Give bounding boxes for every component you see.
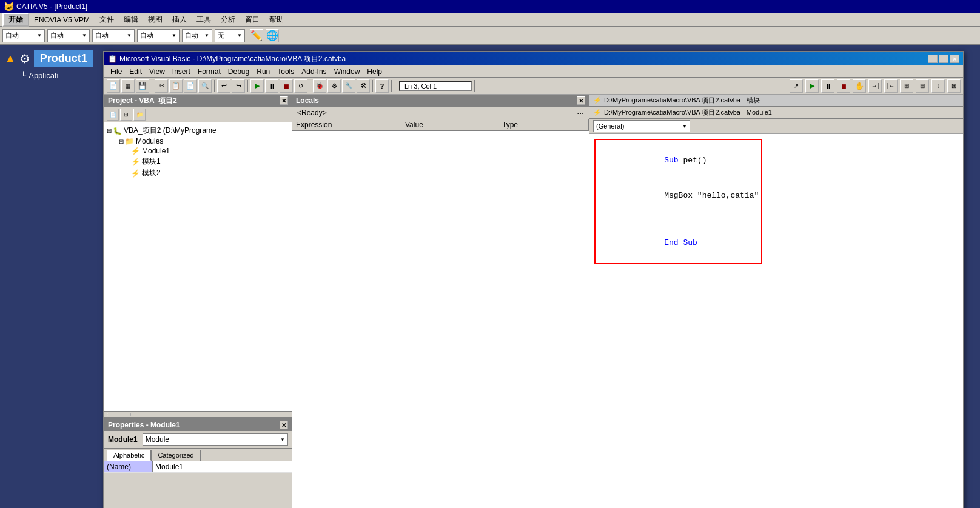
vba-pause-button[interactable]: ⏸ (265, 79, 278, 93)
toolbar-separator-3 (247, 80, 248, 92)
minimize-button[interactable]: _ (928, 55, 938, 63)
toolbar-dropdown-1[interactable]: 自动 (2, 29, 45, 42)
props-object-selector: Module1 Module (104, 431, 292, 449)
vba-extra2-button[interactable]: ⊞ (900, 79, 913, 93)
edit-menu-item[interactable]: 编辑 (119, 13, 143, 26)
vba-edit-menu[interactable]: Edit (126, 67, 146, 76)
vba-extra5-button[interactable]: ⊞ (947, 79, 961, 93)
locals-panel-close[interactable]: ✕ (577, 96, 585, 105)
props-name-value[interactable]: Module1 (153, 461, 292, 472)
project-folder-btn[interactable]: 📁 (133, 109, 146, 121)
project-panel-title: Project - VBA_项目2 (108, 96, 177, 106)
vba-left-panels: Project - VBA_项目2 ✕ 📄 ⊞ 📁 ⊟ 🐛 VBA_项目2 (D… (104, 95, 292, 508)
vba-debug3-button[interactable]: 🔧 (342, 79, 355, 93)
vba-indent-button[interactable]: →| (868, 79, 882, 93)
file-menu-item[interactable]: 文件 (95, 13, 119, 26)
vba-extra4-button[interactable]: ↕ (931, 79, 945, 93)
tree-root-item[interactable]: ⊟ 🐛 VBA_项目2 (D:\MyPrograme (107, 125, 289, 136)
locals-panel: Locals ✕ <Ready> ··· Expression Value Ty… (292, 95, 589, 508)
vba-find-button[interactable]: 🔍 (198, 79, 212, 93)
root-label: VBA_项目2 (D:\MyPrograme (124, 125, 216, 136)
start-menu-item[interactable]: 开始 (2, 13, 29, 27)
enovia-menu-item[interactable]: ENOVIA V5 VPM (29, 15, 95, 25)
vba-pause2-button[interactable]: ⏸ (821, 79, 834, 93)
help-menu-item[interactable]: 帮助 (264, 13, 289, 26)
tab-categorized[interactable]: Categorized (151, 450, 200, 461)
vba-window-menu[interactable]: Window (331, 67, 364, 76)
view-menu-item[interactable]: 视图 (143, 13, 167, 26)
vba-view-menu[interactable]: View (146, 67, 169, 76)
vba-stop-button[interactable]: ⏹ (280, 79, 293, 93)
right-panels: ⚡ D:\MyPrograme\catiaMacro\VBA 项目2.catvb… (589, 95, 963, 508)
locals-header-row: Expression Value Type (292, 119, 589, 131)
vba-run-button[interactable]: ▶ (250, 79, 264, 93)
vba-file-menu[interactable]: File (107, 67, 126, 76)
vba-extra1-button[interactable]: ↗ (790, 79, 803, 93)
code-window-bar-2: ⚡ D:\MyPrograme\catiaMacro\VBA 项目2.catvb… (589, 107, 963, 119)
analyze-menu-item[interactable]: 分析 (216, 13, 240, 26)
code-editor[interactable]: Sub pet() MsgBox "hello,catia" End Sub (589, 134, 963, 508)
vba-cut-button[interactable]: ✂ (155, 79, 168, 93)
vba-grid-button[interactable]: ▦ (121, 79, 135, 93)
maximize-button[interactable]: □ (939, 55, 948, 63)
tree-module2-item[interactable]: ⚡ 模块1 (107, 156, 289, 167)
project-toggle-folders-btn[interactable]: ⊞ (120, 109, 132, 121)
vba-doc-button[interactable]: 📄 (107, 79, 120, 93)
vba-help-button[interactable]: ? (375, 79, 389, 93)
module2-icon: ⚡ (131, 158, 140, 166)
vba-hand-button[interactable]: ✋ (853, 79, 866, 93)
catia-pencil-tool[interactable]: ✏️ (250, 29, 263, 42)
catia-toolbar: 自动 自动 自动 自动 自动 无 ✏️ 🌐 (0, 27, 980, 45)
toolbar-separator-5 (372, 80, 373, 92)
vba-outdent-button[interactable]: |← (884, 79, 898, 93)
locals-status-bar: <Ready> ··· (292, 107, 589, 119)
window-menu-item[interactable]: 窗口 (240, 13, 264, 26)
vba-stop2-button[interactable]: ⏹ (837, 79, 850, 93)
tree-modules-group[interactable]: ⊟ 📁 Modules (107, 136, 289, 146)
catia-workspace: ▲ ⚙ Product1 └ Applicati 📋 Microsoft Vis… (0, 45, 980, 508)
catia-sphere-tool[interactable]: 🌐 (266, 29, 279, 42)
tree-module1-item[interactable]: ⚡ Module1 (107, 146, 289, 156)
vba-debug1-button[interactable]: 🐞 (313, 79, 326, 93)
toolbar-separator-1 (152, 80, 152, 92)
project-panel-close[interactable]: ✕ (280, 96, 288, 105)
vba-reset-button[interactable]: ↺ (294, 79, 307, 93)
toolbar-dropdown-2[interactable]: 自动 (47, 29, 90, 42)
vba-help-menu[interactable]: Help (363, 67, 386, 76)
vba-redo-button[interactable]: ↪ (232, 79, 245, 93)
insert-menu-item[interactable]: 插入 (167, 13, 192, 26)
tree-module3-item[interactable]: ⚡ 模块2 (107, 167, 289, 179)
vba-content-area: Project - VBA_项目2 ✕ 📄 ⊞ 📁 ⊟ 🐛 VBA_项目2 (D… (104, 95, 963, 508)
code-context-dropdown[interactable]: (General) (593, 120, 690, 132)
toolbar-dropdown-3[interactable]: 自动 (92, 29, 135, 42)
modules-expand-icon[interactable]: ⊟ (119, 138, 124, 145)
root-expand-icon[interactable]: ⊟ (107, 127, 112, 134)
vba-insert-menu[interactable]: Insert (169, 67, 194, 76)
close-button[interactable]: ✕ (950, 55, 959, 63)
vba-save-button[interactable]: 💾 (136, 79, 149, 93)
vba-format-menu[interactable]: Format (194, 67, 224, 76)
vba-run2-button[interactable]: ▶ (805, 79, 819, 93)
vba-extra3-button[interactable]: ⊟ (916, 79, 929, 93)
toolbar-dropdown-6[interactable]: 无 (215, 29, 245, 42)
vba-debug4-button[interactable]: 🛠 (357, 79, 370, 93)
vba-addins-menu[interactable]: Add-Ins (298, 67, 330, 76)
vba-debug-menu[interactable]: Debug (224, 67, 253, 76)
locals-panel-titlebar: Locals ✕ (292, 95, 589, 107)
tab-alphabetic[interactable]: Alphabetic (107, 450, 151, 461)
vba-run-menu[interactable]: Run (253, 67, 274, 76)
toolbar-dropdown-4[interactable]: 自动 (137, 29, 180, 42)
locals-options-button[interactable]: ··· (577, 108, 584, 118)
project-scrollbar-thumb[interactable] (107, 413, 131, 416)
vba-undo-button[interactable]: ↩ (217, 79, 230, 93)
project-view-object-btn[interactable]: 📄 (107, 109, 119, 121)
project-scrollbar[interactable] (104, 411, 292, 417)
props-type-dropdown[interactable]: Module (143, 433, 288, 446)
toolbar-dropdown-5[interactable]: 自动 (182, 29, 212, 42)
tools-menu-item[interactable]: 工具 (192, 13, 216, 26)
vba-debug2-button[interactable]: ⚙ (327, 79, 341, 93)
vba-copy-button[interactable]: 📋 (169, 79, 183, 93)
vba-paste-button[interactable]: 📄 (184, 79, 197, 93)
properties-panel-close[interactable]: ✕ (280, 421, 288, 429)
vba-tools-menu[interactable]: Tools (274, 67, 298, 76)
